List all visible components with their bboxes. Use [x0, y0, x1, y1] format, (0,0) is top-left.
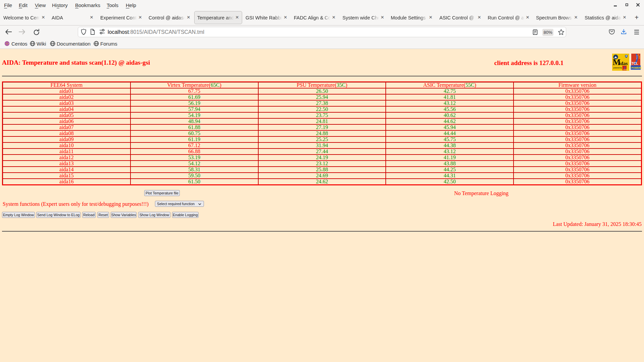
svg-text:TCL: TCL: [632, 62, 638, 65]
svg-text:idas: idas: [619, 61, 628, 66]
svg-text:POWERED: POWERED: [623, 69, 628, 70]
svg-text:powered by: powered by: [613, 67, 622, 69]
svg-text:POWERED: POWERED: [631, 66, 641, 69]
